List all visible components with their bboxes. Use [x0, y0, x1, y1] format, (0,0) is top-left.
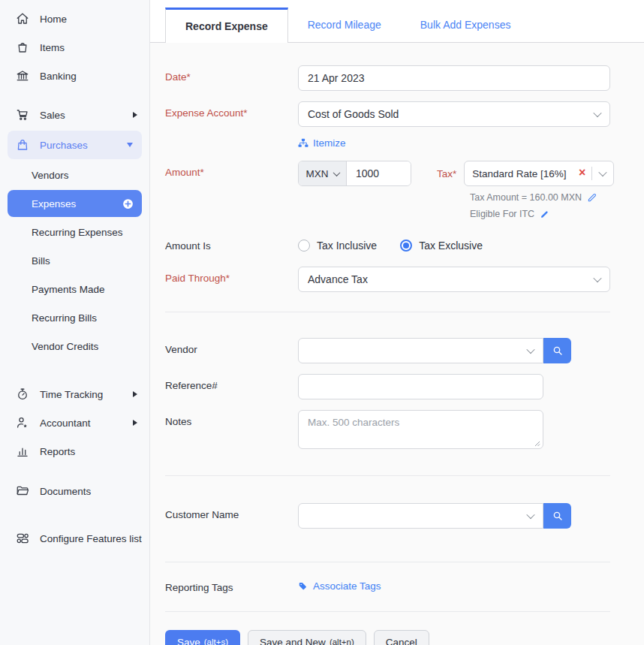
expense-account-select[interactable]: Cost of Goods Sold [298, 101, 610, 127]
edit-pencil-filled-icon[interactable] [540, 209, 549, 219]
cancel-button[interactable]: Cancel [374, 630, 429, 645]
sidebar-item-documents[interactable]: Documents [0, 477, 149, 505]
notes-label: Notes [165, 410, 298, 427]
vendor-select[interactable] [298, 338, 543, 363]
sidebar: Home Items Banking Sales Pu [0, 0, 150, 645]
tag-icon [298, 581, 308, 592]
notes-textarea[interactable] [298, 410, 543, 449]
chevron-down-icon [526, 511, 534, 519]
itemize-link[interactable]: Itemize [298, 137, 346, 149]
sidebar-item-label: Home [40, 14, 137, 25]
save-shortcut: (alt+s) [204, 637, 228, 645]
date-input[interactable] [298, 65, 610, 91]
save-button[interactable]: Save (alt+s) [165, 630, 240, 645]
customer-search-button[interactable] [543, 503, 571, 529]
sidebar-item-label: Payments Made [32, 284, 105, 295]
accountant-person-icon [15, 415, 30, 430]
tab-record-mileage[interactable]: Record Mileage [288, 7, 401, 42]
tab-record-expense[interactable]: Record Expense [165, 8, 288, 43]
chevron-down-icon [526, 345, 534, 354]
sales-cart-icon [15, 107, 30, 122]
sidebar-item-purchases[interactable]: Purchases [8, 131, 142, 159]
resize-handle-icon[interactable] [534, 441, 540, 447]
search-icon [552, 510, 564, 522]
search-icon [552, 345, 564, 357]
tax-remove-icon[interactable]: × [577, 166, 591, 181]
radio-tax-inclusive[interactable] [298, 240, 310, 252]
amount-is-label: Amount Is [165, 234, 298, 252]
vendor-label: Vendor [165, 338, 298, 355]
sidebar-item-bills[interactable]: Bills [0, 246, 149, 275]
tab-bulk-add-expenses[interactable]: Bulk Add Expenses [401, 7, 531, 42]
sidebar-item-vendors[interactable]: Vendors [0, 161, 149, 189]
chevron-down-icon [127, 143, 133, 147]
sidebar-item-home[interactable]: Home [0, 5, 149, 33]
stopwatch-icon [15, 387, 30, 402]
sidebar-item-payments-made[interactable]: Payments Made [0, 275, 149, 303]
edit-pencil-icon[interactable] [587, 192, 597, 203]
chevron-down-icon [593, 109, 601, 117]
amount-row: Amount* MXN Tax* Standard Rate [16%] × [165, 161, 610, 219]
chevron-down-icon [593, 274, 601, 282]
radio-tax-exclusive[interactable] [400, 240, 412, 252]
sidebar-item-banking[interactable]: Banking [0, 62, 149, 90]
associate-tags-label: Associate Tags [313, 580, 381, 592]
reporting-tags-label: Reporting Tags [165, 580, 298, 593]
paid-through-label: Paid Through* [165, 267, 298, 284]
paid-through-row: Paid Through* Advance Tax [165, 267, 610, 292]
sidebar-item-label: Sales [40, 110, 133, 121]
associate-tags-link[interactable]: Associate Tags [298, 580, 381, 592]
sidebar-item-accountant[interactable]: Accountant [0, 408, 149, 437]
vendor-search-button[interactable] [543, 338, 571, 363]
tax-amount-row: Tax Amount = 160.00 MXN [470, 192, 614, 203]
sidebar-item-time-tracking[interactable]: Time Tracking [0, 380, 149, 408]
sidebar-item-reports[interactable]: Reports [0, 437, 149, 466]
purchases-bag-icon [15, 137, 30, 152]
sidebar-spacer [0, 360, 149, 380]
save-and-new-button[interactable]: Save and New (alt+n) [248, 630, 366, 645]
sidebar-spacer [0, 90, 149, 101]
notes-row: Notes [165, 410, 610, 451]
app-window: Home Items Banking Sales Pu [0, 0, 644, 645]
sidebar-item-vendor-credits[interactable]: Vendor Credits [0, 332, 149, 360]
tax-amount-text: Tax Amount = 160.00 MXN [470, 192, 582, 203]
sidebar-item-label: Expenses [32, 198, 122, 209]
sidebar-item-configure-features[interactable]: Configure Features list [0, 524, 149, 553]
sidebar-item-recurring-expenses[interactable]: Recurring Expenses [0, 218, 149, 246]
banking-icon [15, 68, 30, 83]
chevron-right-icon [133, 112, 137, 118]
tab-bar: Record Expense Record Mileage Bulk Add E… [150, 0, 644, 43]
customer-select[interactable] [298, 503, 543, 529]
save-label: Save [177, 637, 200, 645]
tax-label: Tax* [437, 168, 456, 179]
sidebar-spacer [0, 505, 149, 524]
sidebar-item-label: Vendors [32, 170, 69, 181]
paid-through-select[interactable]: Advance Tax [298, 267, 610, 292]
tax-value: Standard Rate [16%] [472, 168, 577, 179]
tax-select[interactable]: Standard Rate [16%] × [464, 161, 614, 186]
sidebar-item-items[interactable]: Items [0, 33, 149, 62]
tab-label: Record Expense [185, 20, 268, 32]
eligible-itc-text: Eligible For ITC [470, 209, 534, 219]
chevron-down-icon [333, 169, 340, 176]
paid-through-value: Advance Tax [308, 273, 594, 285]
currency-select[interactable]: MXN [299, 161, 347, 185]
reporting-tags-row: Reporting Tags Associate Tags [165, 580, 610, 593]
cancel-label: Cancel [386, 637, 417, 645]
sidebar-item-label: Purchases [40, 140, 127, 151]
sidebar-item-label: Reports [40, 446, 137, 457]
expense-account-label: Expense Account* [165, 101, 298, 119]
amount-input[interactable] [347, 161, 411, 185]
save-and-new-label: Save and New [260, 637, 326, 645]
add-expense-plus-icon[interactable] [122, 197, 134, 210]
radio-tax-exclusive-label[interactable]: Tax Exclusive [419, 240, 483, 252]
radio-tax-inclusive-label[interactable]: Tax Inclusive [317, 240, 377, 252]
amount-group: MXN [298, 161, 411, 186]
reference-input[interactable] [298, 374, 543, 399]
sidebar-item-label: Bills [32, 255, 50, 267]
tax-column: Tax* Standard Rate [16%] × Tax Amount = … [437, 161, 614, 219]
sidebar-item-recurring-bills[interactable]: Recurring Bills [0, 303, 149, 332]
sidebar-item-sales[interactable]: Sales [0, 101, 149, 129]
section-divider [165, 312, 610, 312]
sidebar-item-expenses[interactable]: Expenses [8, 190, 142, 217]
